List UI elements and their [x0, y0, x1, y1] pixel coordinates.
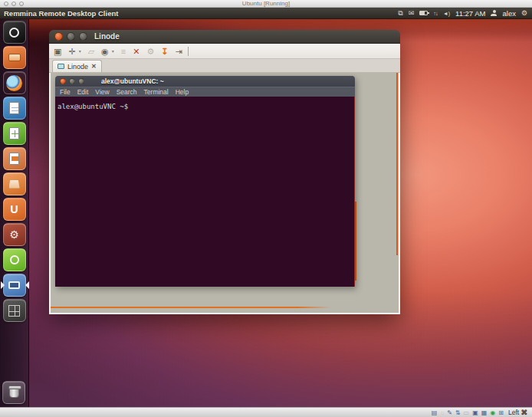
duplicate-icon: ▱ [88, 44, 94, 58]
virtualbox-statusbar: ▤ ◌ ✎ ⇅ ▭ ▣ ▦ ◉ ⊞ Left ⌘ [0, 407, 532, 417]
workspace-grid-glyph [8, 305, 20, 317]
terminal-prompt: alex@ubuntuVNC ~$ [57, 103, 128, 110]
dropdown-caret-icon[interactable]: ▾ [112, 48, 114, 54]
tab-close-icon[interactable]: ✕ [91, 63, 97, 70]
bag-glyph [9, 180, 20, 189]
libreoffice-calc-icon[interactable] [3, 122, 26, 145]
updater-ring-glyph [10, 255, 19, 264]
menu-edit[interactable]: Edit [77, 88, 89, 96]
menu-view[interactable]: View [95, 88, 109, 96]
fit-window-icon[interactable]: ✛ [68, 44, 75, 58]
hard-disk-icon[interactable]: ▤ [432, 409, 438, 417]
ubuntu-one-icon[interactable]: U [3, 198, 26, 221]
remote-desktop-edge [355, 202, 356, 281]
calc-page-glyph [9, 127, 19, 140]
vnc-terminal-window: alex@ubuntuVNC: ~ File Edit View Search … [55, 76, 355, 287]
remmina-close-button[interactable] [54, 32, 63, 41]
vnc-titlebar[interactable]: alex@ubuntuVNC: ~ [55, 76, 355, 87]
terminal-menubar: File Edit View Search Terminal Help [55, 87, 355, 97]
tab-monitor-icon [57, 64, 64, 69]
menu-file[interactable]: File [60, 88, 71, 96]
grab-keyboard-icon: ≡ [121, 44, 126, 58]
workspace-switcher-icon[interactable] [3, 299, 26, 322]
features-icon[interactable]: ◉ [490, 409, 495, 417]
software-updater-icon[interactable] [3, 248, 26, 271]
volume-icon[interactable]: ◄) [443, 8, 450, 19]
disconnect-icon[interactable]: ⇥ [175, 44, 182, 58]
vnc-window-title: alex@ubuntuVNC: ~ [101, 77, 164, 85]
mail-icon[interactable]: ✉ [409, 8, 415, 19]
dropdown-caret-icon[interactable]: ▾ [79, 48, 81, 54]
tools-icon[interactable]: ✕ [133, 44, 140, 58]
remmina-launcher-icon[interactable] [3, 274, 26, 297]
fullscreen-icon[interactable]: ▣ [54, 44, 61, 58]
trash-icon[interactable] [2, 381, 25, 404]
displays-icon[interactable]: ⧉ [398, 8, 402, 19]
libreoffice-impress-icon[interactable] [3, 147, 26, 170]
remmina-titlebar[interactable]: Linode [49, 30, 400, 44]
session-gear-icon[interactable]: ⚙ [521, 8, 527, 19]
home-folder-icon[interactable] [3, 46, 26, 69]
folder-glyph [8, 54, 21, 61]
menu-help[interactable]: Help [176, 88, 189, 96]
network-icon[interactable]: ⇅ [455, 409, 461, 417]
command-key-icon: ⌘ [521, 409, 528, 416]
ubuntu-logo-icon [9, 28, 19, 38]
impress-page-glyph [9, 153, 19, 165]
remmina-tabbar: Linode ✕ [49, 59, 400, 73]
software-center-icon[interactable] [3, 172, 26, 195]
remote-desktop-viewport[interactable]: alex@ubuntuVNC: ~ File Edit View Search … [49, 73, 400, 314]
menu-terminal[interactable]: Terminal [144, 88, 169, 96]
system-settings-icon[interactable]: ⚙ [3, 223, 26, 246]
optical-drive-icon[interactable]: ◌ [440, 409, 444, 417]
remote-desktop-edge [51, 307, 331, 308]
indicator-tray: ⧉ ✉ ↑↓ ◄) 11:27 AM alex ⚙ [398, 8, 532, 19]
host-window-title: Ubuntu [Running] [0, 0, 532, 8]
remmina-maximize-button[interactable] [79, 32, 87, 41]
menu-search[interactable]: Search [117, 88, 137, 96]
user-icon[interactable] [491, 10, 497, 16]
virtualbox-host-window: Ubuntu [Running] Remmina Remote Desktop … [0, 0, 532, 417]
vnc-maximize-button[interactable] [78, 78, 84, 84]
firefox-globe-glyph [6, 75, 22, 91]
libreoffice-writer-icon[interactable] [3, 97, 26, 120]
trash-can-glyph [9, 387, 19, 398]
dash-icon[interactable] [3, 21, 26, 44]
remmina-window-title: Linode [94, 32, 120, 41]
remmina-monitor-glyph [8, 281, 20, 289]
focused-indicator-arrow [25, 281, 29, 289]
running-indicator-arrow [1, 281, 5, 289]
network-sync-icon[interactable]: ↑↓ [433, 8, 438, 19]
unity-launcher: U ⚙ [0, 19, 29, 407]
settings-gear-icon: ⚙ [146, 44, 154, 58]
remmina-window: Linode ▣ ✛ ▾ ▱ ◉ ▾ ≡ ✕ ⚙ ↧ ⇥ Linode [49, 30, 400, 314]
firefox-icon[interactable] [3, 71, 26, 94]
desktop: U ⚙ Linode ▣ ✛ ▾ ▱ ◉ [0, 19, 532, 407]
clock[interactable]: 11:27 AM [455, 9, 485, 18]
ubuntu-top-panel: Remmina Remote Desktop Client ⧉ ✉ ↑↓ ◄) … [0, 8, 532, 19]
mouse-integration-icon[interactable]: ⊞ [498, 409, 504, 417]
host-key-label: Left ⌘ [508, 409, 527, 416]
remote-desktop-edge [396, 73, 398, 255]
display-icon[interactable]: ▣ [472, 409, 478, 417]
remmina-minimize-button[interactable] [67, 32, 75, 41]
host-key-text: Left [508, 409, 519, 416]
active-app-title[interactable]: Remmina Remote Desktop Client [0, 9, 118, 18]
usb-icon[interactable]: ✎ [447, 409, 452, 417]
host-titlebar: Ubuntu [Running] [0, 0, 532, 8]
scaled-mode-icon[interactable]: ◉ [101, 44, 109, 58]
vnc-close-button[interactable] [60, 78, 66, 84]
vnc-minimize-button[interactable] [69, 78, 75, 84]
tab-label: Linode [67, 63, 88, 71]
video-capture-icon[interactable]: ▦ [481, 409, 488, 417]
tab-linode[interactable]: Linode ✕ [52, 60, 102, 72]
toolbar-separator [188, 47, 189, 56]
remmina-toolbar: ▣ ✛ ▾ ▱ ◉ ▾ ≡ ✕ ⚙ ↧ ⇥ [49, 44, 400, 59]
writer-page-glyph [9, 102, 19, 114]
terminal-content[interactable]: alex@ubuntuVNC ~$ [55, 97, 355, 287]
battery-icon[interactable] [419, 11, 428, 15]
minimize-to-tray-icon[interactable]: ↧ [161, 44, 168, 58]
username-label[interactable]: alex [502, 9, 515, 18]
shared-folders-icon[interactable]: ▭ [464, 409, 470, 417]
